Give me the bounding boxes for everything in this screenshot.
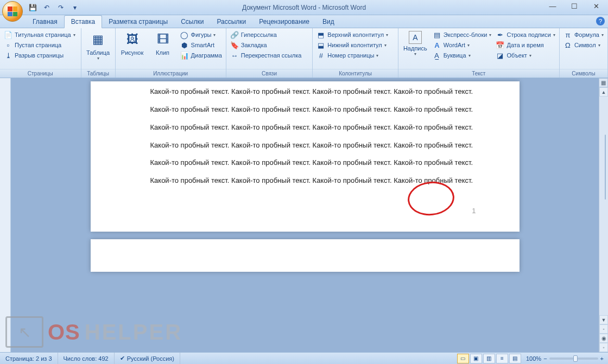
clipart-button[interactable]: 🎞Клип: [148, 30, 178, 57]
object-icon: ◪: [496, 51, 504, 60]
group-pages: 📄Титульная страница ▫Пустая страница ⤓Ра…: [0, 28, 81, 78]
page-2[interactable]: [91, 239, 520, 272]
tab-page-layout[interactable]: Разметка страницы: [102, 16, 174, 28]
crossref-button[interactable]: ↔Перекрестная ссылка: [229, 50, 303, 60]
paragraph[interactable]: Какой-то пробный текст. Какой-то пробный…: [150, 87, 487, 97]
qat-customize-icon[interactable]: ▾: [69, 2, 80, 13]
paragraph[interactable]: Какой-то пробный текст. Какой-то пробный…: [150, 158, 487, 168]
window-title: Документ Microsoft Word - Microsoft Word: [242, 4, 366, 11]
smartart-button[interactable]: ⬢SmartArt: [179, 40, 224, 50]
group-label-symbols: Символы: [560, 69, 607, 78]
datetime-button[interactable]: 📅Дата и время: [494, 40, 556, 50]
blank-page-button[interactable]: ▫Пустая страница: [2, 40, 77, 50]
redo-icon[interactable]: ↷: [55, 2, 66, 13]
chart-button[interactable]: 📊Диаграмма: [179, 50, 224, 60]
tab-insert[interactable]: Вставка: [64, 15, 103, 28]
chart-icon: 📊: [180, 51, 189, 60]
group-label-links: Связи: [226, 69, 313, 78]
pagenum-icon: #: [316, 51, 325, 60]
datetime-icon: 📅: [496, 41, 504, 49]
zoom-slider-thumb[interactable]: [573, 355, 578, 362]
textbox-button[interactable]: AНадпись: [401, 30, 430, 58]
footer-button[interactable]: ⬓Нижний колонтитул: [315, 40, 390, 50]
wordart-button[interactable]: AWordArt: [431, 40, 493, 50]
draft-view-button[interactable]: ▤: [509, 354, 521, 363]
ruler-toggle-button[interactable]: ▦: [599, 78, 608, 87]
picture-button[interactable]: 🖼Рисунок: [118, 30, 147, 57]
page-1[interactable]: Какой-то пробный текст. Какой-то пробный…: [91, 81, 520, 232]
page-number-button[interactable]: #Номер страницы: [315, 50, 390, 60]
paragraph[interactable]: Какой-то пробный текст. Какой-то пробный…: [150, 141, 487, 151]
browse-object-button[interactable]: ◉: [599, 334, 608, 343]
maximize-button[interactable]: ☐: [563, 0, 585, 12]
vertical-scrollbar[interactable]: ▲ ▼ ◦ ◉ ◦: [599, 87, 608, 352]
page-number-footer: 1: [472, 206, 476, 216]
group-tables: ▦Таблица Таблицы: [81, 28, 116, 78]
help-icon[interactable]: ?: [596, 17, 605, 25]
next-page-button[interactable]: ◦: [599, 343, 608, 352]
cover-page-icon: 📄: [4, 30, 12, 39]
group-illustrations: 🖼Рисунок 🎞Клип ◯Фигуры ⬢SmartArt 📊Диагра…: [116, 28, 226, 78]
group-label-tables: Таблицы: [81, 69, 115, 78]
vertical-ruler[interactable]: [0, 78, 11, 352]
prev-page-button[interactable]: ◦: [599, 324, 608, 334]
outline-view-button[interactable]: ≡: [496, 354, 508, 363]
paragraph[interactable]: Какой-то пробный текст. Какой-то пробный…: [150, 176, 487, 186]
language-indicator[interactable]: ✔Русский (Россия): [115, 353, 180, 364]
scroll-up-button[interactable]: ▲: [599, 87, 608, 97]
paragraph[interactable]: Какой-то пробный текст. Какой-то пробный…: [150, 123, 487, 133]
office-button[interactable]: [2, 1, 23, 22]
bookmark-icon: 🔖: [230, 41, 239, 49]
save-icon[interactable]: 💾: [27, 2, 38, 13]
page-indicator[interactable]: Страница: 2 из 3: [0, 353, 58, 364]
equation-button[interactable]: πФормула: [562, 30, 605, 40]
signature-icon: ✒: [496, 30, 504, 39]
table-button[interactable]: ▦Таблица: [84, 30, 113, 62]
web-layout-view-button[interactable]: ▥: [483, 354, 495, 363]
symbol-button[interactable]: ΩСимвол: [562, 40, 605, 50]
page-break-icon: ⤓: [4, 51, 12, 60]
signature-line-button[interactable]: ✒Строка подписи: [494, 30, 556, 40]
page-break-button[interactable]: ⤓Разрыв страницы: [2, 50, 77, 60]
symbol-icon: Ω: [563, 41, 572, 49]
minimize-button[interactable]: —: [542, 0, 563, 12]
smartart-icon: ⬢: [180, 41, 189, 49]
tab-mailings[interactable]: Рассылки: [210, 16, 252, 28]
cover-page-button[interactable]: 📄Титульная страница: [2, 30, 77, 40]
tab-home[interactable]: Главная: [26, 16, 64, 28]
close-button[interactable]: ✕: [585, 0, 607, 12]
quick-access-toolbar: 💾 ↶ ↷ ▾: [27, 2, 80, 13]
quickparts-button[interactable]: ▤Экспресс-блоки: [431, 30, 493, 40]
zoom-out-button[interactable]: −: [543, 355, 547, 362]
page-scroll-area[interactable]: Какой-то пробный текст. Какой-то пробный…: [11, 78, 599, 352]
word-count[interactable]: Число слов: 492: [58, 353, 115, 364]
title-bar: 💾 ↶ ↷ ▾ Документ Microsoft Word - Micros…: [0, 0, 608, 15]
scroll-down-button[interactable]: ▼: [599, 315, 608, 324]
shapes-button[interactable]: ◯Фигуры: [179, 30, 224, 40]
shapes-icon: ◯: [180, 30, 189, 39]
object-button[interactable]: ◪Объект: [494, 50, 556, 60]
print-layout-view-button[interactable]: ▭: [457, 354, 469, 363]
dropcap-button[interactable]: A̲Буквица: [431, 50, 493, 60]
header-icon: ⬒: [316, 30, 325, 39]
zoom-in-button[interactable]: +: [600, 355, 604, 362]
group-label-header-footer: Колонтитулы: [313, 69, 398, 78]
crossref-icon: ↔: [230, 51, 239, 60]
picture-icon: 🖼: [124, 31, 141, 48]
bookmark-button[interactable]: 🔖Закладка: [229, 40, 303, 50]
undo-icon[interactable]: ↶: [41, 2, 52, 13]
clip-icon: 🎞: [154, 31, 172, 48]
ribbon-tabs: Главная Вставка Разметка страницы Ссылки…: [0, 15, 608, 28]
tab-view[interactable]: Вид: [316, 16, 341, 28]
zoom-level[interactable]: 100%: [526, 355, 541, 362]
full-screen-view-button[interactable]: ▣: [470, 354, 482, 363]
hyperlink-button[interactable]: 🔗Гиперссылка: [229, 30, 303, 40]
textbox-icon: A: [409, 31, 422, 44]
paragraph[interactable]: Какой-то пробный текст. Какой-то пробный…: [150, 105, 487, 115]
zoom-slider[interactable]: [549, 357, 598, 360]
tab-references[interactable]: Ссылки: [174, 16, 210, 28]
scroll-thumb[interactable]: [605, 135, 606, 200]
tab-review[interactable]: Рецензирование: [252, 16, 316, 28]
header-button[interactable]: ⬒Верхний колонтитул: [315, 30, 390, 40]
equation-icon: π: [563, 30, 572, 39]
